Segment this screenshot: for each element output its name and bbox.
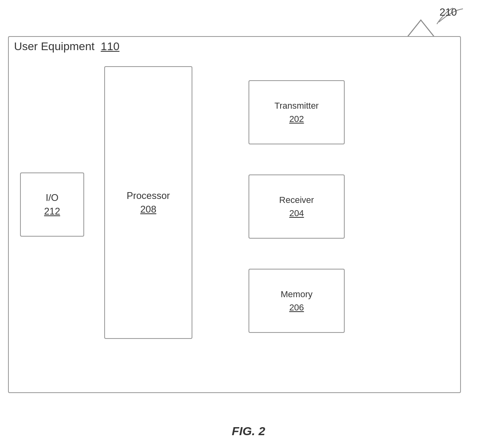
io-box: I/O 212 xyxy=(20,172,84,237)
ue-label-text: User Equipment xyxy=(14,40,95,53)
receiver-label: Receiver 204 xyxy=(279,193,314,220)
memory-number: 206 xyxy=(289,302,304,312)
antenna-ref: 210 xyxy=(440,6,457,18)
io-label: I/O 212 xyxy=(44,191,60,218)
receiver-box: Receiver 204 xyxy=(248,174,345,239)
fig-caption: FIG. 2 xyxy=(232,424,265,438)
io-number: 212 xyxy=(44,206,60,217)
receiver-number: 204 xyxy=(289,208,304,218)
processor-label: Processor 208 xyxy=(127,189,170,216)
transmitter-label: Transmitter 202 xyxy=(275,99,319,126)
transmitter-box: Transmitter 202 xyxy=(248,80,345,144)
memory-label: Memory 206 xyxy=(281,288,312,314)
ue-number: 110 xyxy=(101,40,119,53)
processor-label-text: Processor xyxy=(127,189,170,203)
transmitter-label-text: Transmitter xyxy=(275,99,319,112)
diagram-container: User Equipment 110 210 Processor 208 I/O… xyxy=(0,0,497,448)
processor-box: Processor 208 xyxy=(104,66,192,339)
antenna-number: 210 xyxy=(440,6,457,18)
io-label-text: I/O xyxy=(44,191,60,205)
receiver-label-text: Receiver xyxy=(279,193,314,207)
transmitter-number: 202 xyxy=(289,114,304,124)
memory-box: Memory 206 xyxy=(248,269,345,333)
fig-caption-text: FIG. 2 xyxy=(232,424,265,438)
memory-label-text: Memory xyxy=(281,288,312,301)
ue-label: User Equipment 110 xyxy=(14,40,119,53)
processor-number: 208 xyxy=(140,204,156,215)
